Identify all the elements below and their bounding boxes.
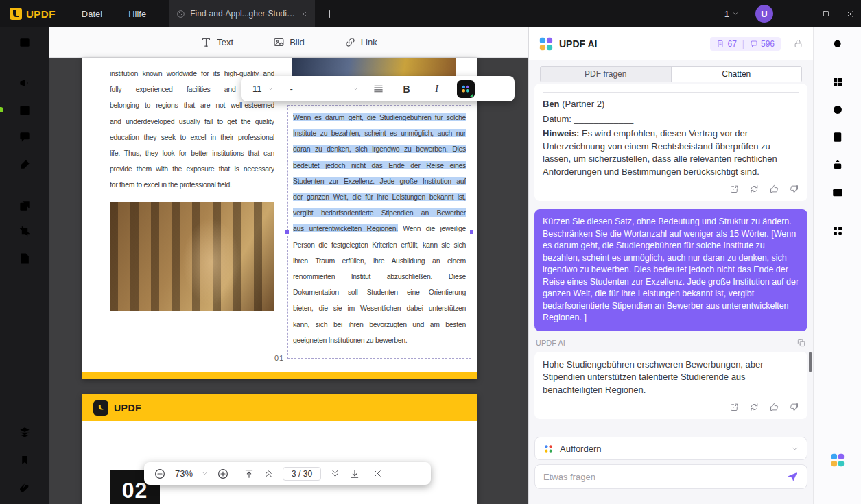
minimize-button[interactable] — [791, 0, 814, 27]
bookmark-icon[interactable] — [12, 448, 37, 472]
menu-hilfe[interactable]: Hilfe — [128, 9, 146, 19]
thumbs-down-icon[interactable] — [789, 184, 799, 194]
ai-response-label-row: UPDF AI — [536, 338, 806, 348]
italic-button[interactable]: I — [429, 84, 445, 95]
text-line: Wenn es darum geht, die Studiengebühren … — [293, 110, 466, 125]
font-size-value: 11 — [252, 84, 262, 94]
image-mode-label: Bild — [290, 37, 305, 47]
email-icon[interactable] — [825, 180, 850, 205]
text-line: provide them with the exposure that is n… — [110, 161, 274, 177]
zoom-dropdown-chevron-icon[interactable] — [202, 470, 208, 477]
chat-scrollbar[interactable] — [809, 352, 812, 372]
first-page-button[interactable] — [244, 468, 255, 479]
selection-handle-left[interactable] — [285, 230, 290, 235]
text-format-toolbar: 11 - B I — [241, 76, 515, 101]
reader-mode-icon[interactable] — [12, 30, 37, 55]
pdf-page-1: institution known worldwide for its high… — [82, 58, 477, 379]
thumbs-up-icon[interactable] — [769, 184, 779, 194]
left-toolbar — [0, 27, 49, 504]
ai-tools-button[interactable] — [457, 80, 475, 98]
edit-pdf-icon[interactable] — [12, 98, 37, 123]
next-page-button[interactable] — [330, 468, 340, 479]
align-justify-button[interactable] — [373, 83, 384, 95]
ai-assistant-icon[interactable] — [825, 448, 850, 472]
page1-right-column: Wenn es darum geht, die Studiengebühren … — [293, 110, 466, 348]
bold-button[interactable]: B — [399, 84, 414, 95]
chevron-down-icon — [353, 86, 359, 92]
maximize-button[interactable] — [814, 0, 838, 27]
regenerate-icon[interactable] — [749, 184, 759, 194]
send-icon[interactable] — [786, 470, 799, 483]
pdf-page-2: UPDF 02 — [82, 394, 477, 504]
regenerate-icon[interactable] — [749, 402, 759, 412]
document-tab[interactable]: Find-and-Appl...gher-Studies* — [169, 0, 315, 27]
text-line: life. Thus, they look for better institu… — [110, 145, 274, 161]
app-logo: UPDF — [0, 8, 56, 20]
message-paragraph: Ben (Partner 2) — [543, 98, 799, 111]
user-avatar[interactable]: U — [755, 5, 773, 23]
ai-panel-header: UPDF AI 67 | 596 — [529, 27, 813, 60]
menu-datei[interactable]: Datei — [82, 9, 102, 19]
message-actions — [543, 184, 799, 194]
user-message-bubble: Kürzen Sie diesen Satz, ohne Bedeutung u… — [534, 209, 807, 331]
text-line: kann, sich bei ihren bevorzugten und am … — [293, 317, 466, 333]
text-mode-button[interactable]: Text — [200, 36, 233, 48]
brand-name: UPDF — [26, 8, 56, 20]
ask-input[interactable] — [543, 472, 786, 482]
link-tool-icon — [344, 36, 356, 48]
tab-chat[interactable]: Chatten — [672, 67, 802, 82]
ai-response-label: UPDF AI — [536, 339, 565, 347]
text-line: education they seek to excel in their pr… — [110, 130, 274, 145]
announcement-icon[interactable] — [12, 71, 37, 95]
new-tab-button[interactable] — [325, 9, 335, 19]
lock-icon[interactable] — [793, 38, 803, 49]
thumbs-up-icon[interactable] — [769, 402, 779, 412]
font-size-dropdown[interactable]: 11 — [252, 84, 274, 94]
attachment-icon[interactable] — [12, 475, 37, 500]
image-mode-button[interactable]: Bild — [273, 36, 305, 48]
library-photo-image — [110, 202, 274, 311]
thumbnails-icon[interactable] — [825, 70, 850, 95]
prompt-template-bar[interactable]: Auffordern — [534, 437, 807, 460]
font-family-dropdown[interactable]: - — [290, 84, 359, 94]
page-indicator[interactable]: 3 / 30 — [283, 467, 321, 481]
annotations-list-icon[interactable] — [825, 125, 850, 149]
close-window-button[interactable] — [838, 0, 861, 27]
assistant-message-body: Ben (Partner 2)Datum: ____________Hinwei… — [543, 98, 799, 178]
link-mode-button[interactable]: Link — [344, 36, 377, 48]
insert-to-pdf-icon[interactable] — [729, 184, 740, 194]
tab-close-icon[interactable] — [300, 10, 308, 18]
page2-logo-icon — [93, 400, 108, 416]
crop-icon[interactable] — [12, 219, 37, 243]
selection-handle-right[interactable] — [469, 230, 474, 235]
text-line: daran zu denken, sich irgendwo zu bewerb… — [293, 141, 466, 157]
zoom-in-button[interactable] — [217, 468, 229, 480]
stamp-grid-icon[interactable] — [825, 219, 850, 243]
share-icon[interactable] — [825, 152, 850, 177]
last-page-button[interactable] — [349, 468, 360, 479]
search-icon[interactable] — [825, 32, 850, 56]
history-icon[interactable] — [825, 97, 850, 122]
text-line: ihren Traum erfüllen, ihre Ausbildung an… — [293, 253, 466, 269]
thumbs-down-icon[interactable] — [789, 402, 799, 412]
doc-count-dropdown[interactable]: 1 — [724, 9, 739, 19]
copy-icon[interactable] — [797, 338, 806, 348]
convert-icon[interactable] — [12, 246, 37, 271]
layers-icon[interactable] — [12, 420, 37, 444]
active-tool-indicator — [0, 107, 3, 112]
previous-page-button[interactable] — [263, 468, 274, 479]
organize-pages-icon[interactable] — [12, 193, 37, 218]
chevron-down-icon[interactable] — [791, 445, 799, 453]
signature-icon[interactable] — [12, 152, 37, 177]
quota-badge: 67 | 596 — [710, 37, 781, 51]
page2-header-band: UPDF — [82, 394, 477, 421]
questions-quota-value: 596 — [761, 39, 775, 49]
zoom-out-button[interactable] — [154, 468, 166, 480]
insert-to-pdf-icon[interactable] — [729, 402, 740, 412]
text-line: Studenten zur Exzellenz. Jede große Inst… — [293, 173, 466, 189]
close-toolbar-button[interactable] — [373, 469, 382, 478]
text-selection-box[interactable]: Wenn es darum geht, die Studiengebühren … — [287, 105, 471, 359]
tab-ask-pdf[interactable]: PDF fragen — [541, 67, 672, 82]
comment-icon[interactable] — [12, 125, 37, 149]
questions-quota: 596 — [750, 39, 775, 49]
